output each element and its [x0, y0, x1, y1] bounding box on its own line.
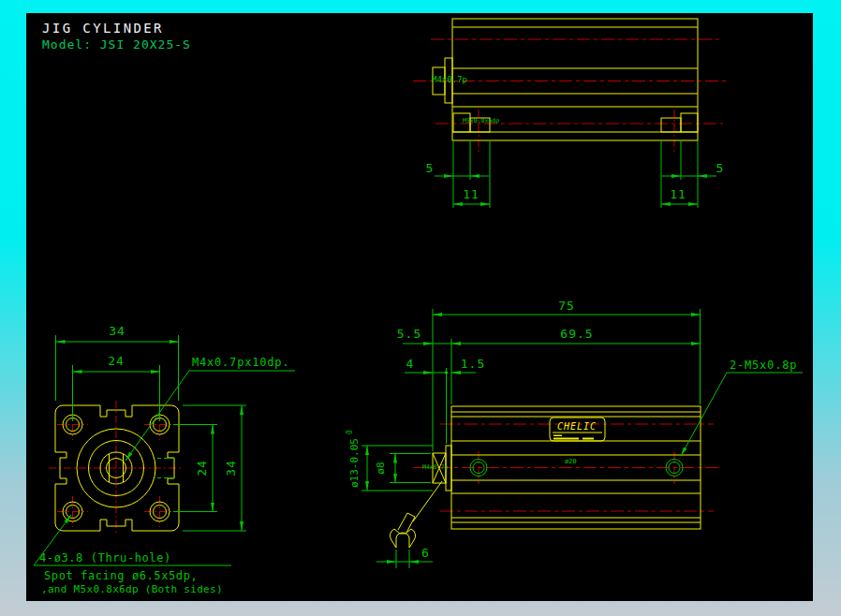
dim-front-width-34: 34 [109, 324, 125, 338]
rod-thread-label: M4x0.7p [432, 75, 467, 84]
dim-top-right-5: 5 [716, 161, 725, 175]
port-thread-callout: 2-M5x0.8p [730, 359, 797, 372]
center-thread-callout: M4x0.7px10dp. [192, 356, 289, 369]
spot-facing-note: Spot facing ø6.5x5dp, [44, 569, 198, 582]
corner-hole-callout: 4-ø3.8 (Thru-hole) [39, 551, 171, 565]
dim-flange-dia-13: ø13-0.05 [348, 438, 361, 488]
brand-plate-fineprint [553, 438, 579, 440]
dim-wrench-6: 6 [421, 546, 430, 560]
dim-body-69-5: 69.5 [560, 327, 593, 341]
mount-thread-label: M5x0.8x6dp [463, 117, 499, 125]
dim-overall-75: 75 [558, 299, 575, 313]
brand-name: CHELIC [557, 421, 597, 432]
bore-label: ø20 [565, 458, 577, 465]
dim-rod-dia-8: ø8 [375, 462, 387, 474]
dim-top-right-11: 11 [670, 187, 686, 201]
dim-top-left-11: 11 [463, 187, 480, 201]
dim-front-height-34: 34 [224, 460, 238, 477]
dim-top-left-5: 5 [426, 161, 435, 175]
side-rod-thread-label: M4x0.7p [422, 463, 448, 471]
brand-plate-fineprint [553, 435, 562, 437]
dim-front-bolt-v-24: 24 [195, 460, 209, 477]
page-title: JIG CYLINDER [42, 21, 164, 36]
cad-canvas[interactable]: JIG CYLINDER Model: JSI 20X25-S M4x0.7p … [0, 0, 841, 616]
brand-plate-fineprint [583, 438, 594, 440]
dim-plate-1-5: 1.5 [461, 357, 485, 371]
dim-front-bolt-24: 24 [108, 354, 125, 368]
dim-rod-ext-4: 4 [406, 357, 415, 371]
dim-nose-5-5: 5.5 [397, 327, 421, 341]
model-number: Model: JSI 20X25-S [42, 37, 191, 51]
dim-flange-tol-0: 0 [346, 430, 354, 434]
thread-note: ,and M5x0.8x6dp (Both sides) [41, 583, 223, 595]
